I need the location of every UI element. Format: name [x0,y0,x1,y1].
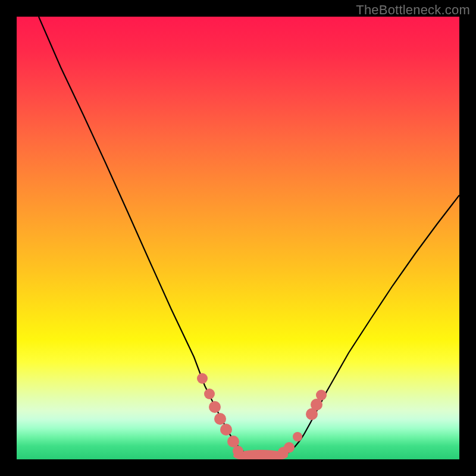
marker-dot [227,436,239,447]
watermark-text: TheBottleneck.com [356,2,470,18]
marker-dot [197,373,208,384]
marker-dot [220,424,232,436]
marker-dot [209,401,221,413]
marker-dot [214,413,226,425]
marker-dot [204,389,215,399]
marker-dot [284,442,295,453]
bottleneck-curve [39,17,459,459]
chart-frame: TheBottleneck.com [0,0,476,476]
marker-dot [233,446,243,456]
curve-overlay [17,17,459,459]
marker-dot [316,390,327,400]
marker-dot [311,399,322,411]
marker-dot [293,432,302,441]
